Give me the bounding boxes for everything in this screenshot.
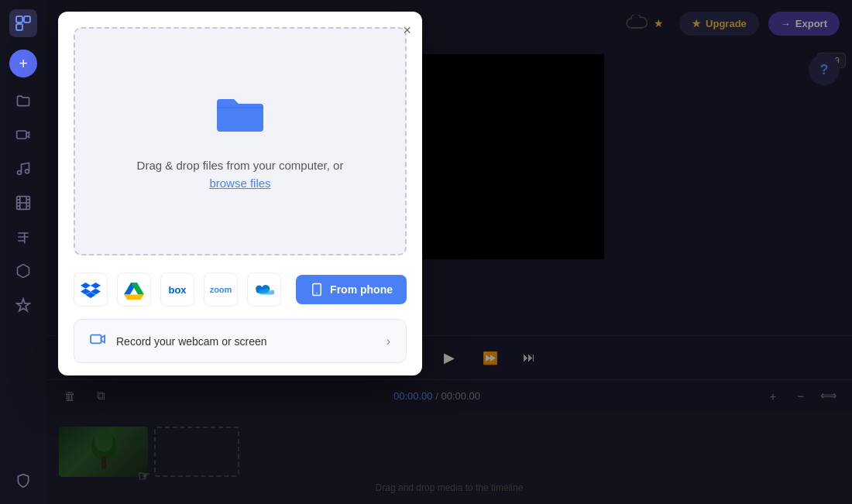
sidebar-item-shield[interactable]: [9, 467, 37, 495]
sidebar-item-video[interactable]: [9, 121, 37, 149]
webcam-label: Record your webcam or screen: [116, 335, 267, 348]
sidebar-item-music[interactable]: [9, 155, 37, 183]
app-logo: [9, 9, 37, 37]
from-phone-button[interactable]: From phone: [296, 275, 407, 304]
webcam-arrow-icon: ›: [386, 334, 390, 348]
svg-point-4: [18, 171, 22, 175]
browse-files-link[interactable]: browse files: [209, 177, 270, 190]
svg-point-5: [26, 170, 29, 173]
sidebar: +: [0, 0, 46, 504]
add-button[interactable]: +: [9, 50, 37, 77]
webcam-icon: [90, 332, 107, 350]
box-button[interactable]: box: [160, 273, 194, 307]
svg-rect-19: [91, 335, 101, 344]
phone-icon: [310, 283, 324, 297]
sidebar-item-folder[interactable]: [9, 87, 37, 115]
svg-rect-1: [24, 16, 30, 22]
google-drive-button[interactable]: [117, 273, 151, 307]
svg-rect-0: [16, 16, 22, 22]
modal-close-button[interactable]: ×: [403, 22, 411, 39]
file-drop-zone[interactable]: Drag & drop files from your computer, or…: [74, 27, 407, 255]
sidebar-item-film[interactable]: [9, 189, 37, 217]
upload-modal: × Drag & drop files from your computer, …: [58, 12, 422, 375]
modal-overlay: × Drag & drop files from your computer, …: [46, 0, 852, 504]
folder-upload-icon: [213, 91, 267, 146]
sidebar-item-effects[interactable]: [9, 291, 37, 319]
cloud-services-row: box zoom: [58, 265, 422, 319]
dropbox-button[interactable]: [74, 273, 108, 307]
webcam-record-row[interactable]: Record your webcam or screen ›: [74, 319, 407, 363]
onedrive-button[interactable]: [247, 273, 281, 307]
main-area: ★ ★ Upgrade → Export 16:9 ?: [46, 0, 852, 504]
webcam-left: Record your webcam or screen: [90, 332, 267, 350]
svg-rect-2: [16, 24, 22, 30]
zoom-button[interactable]: zoom: [204, 273, 238, 307]
sidebar-item-shapes[interactable]: [9, 257, 37, 285]
sidebar-item-text[interactable]: [9, 223, 37, 251]
svg-rect-3: [17, 131, 27, 139]
drop-zone-text: Drag & drop files from your computer, or…: [137, 157, 344, 192]
